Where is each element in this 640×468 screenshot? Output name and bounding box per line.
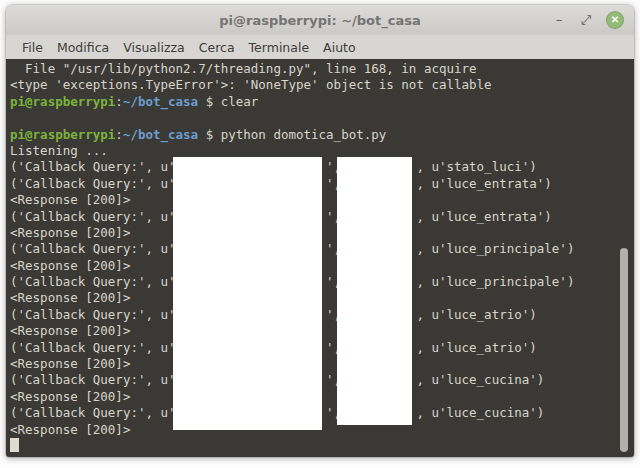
menu-item-modifica[interactable]: Modifica xyxy=(57,40,109,55)
terminal-line: ('Callback Query:', u' ', , u'stato_luci… xyxy=(10,159,634,175)
terminal-line: <Response [200]> xyxy=(10,225,634,241)
restore-icon: ⤢ xyxy=(579,13,593,26)
terminal-line: ('Callback Query:', u' ', , u'luce_entra… xyxy=(10,209,634,225)
titlebar[interactable]: pi@raspberrypi: ~/bot_casa – ⤢ ✕ xyxy=(6,5,634,35)
close-icon: ✕ xyxy=(611,15,619,25)
terminal-line: ('Callback Query:', u' ', , u'luce_princ… xyxy=(10,274,634,290)
menu-item-terminale[interactable]: Terminale xyxy=(249,40,310,55)
terminal-line: ('Callback Query:', u' ', , u'luce_princ… xyxy=(10,241,634,257)
terminal-line: ('Callback Query:', u' ', , u'luce_cucin… xyxy=(10,372,634,388)
terminal-line xyxy=(10,438,634,454)
menu-item-aiuto[interactable]: Aiuto xyxy=(323,40,356,55)
menu-item-file[interactable]: File xyxy=(22,40,43,55)
terminal[interactable]: File "/usr/lib/python2.7/threading.py", … xyxy=(6,59,634,457)
terminal-line: <Response [200]> xyxy=(10,323,634,339)
terminal-line: <Response [200]> xyxy=(10,356,634,372)
terminal-line: File "/usr/lib/python2.7/threading.py", … xyxy=(10,61,634,77)
menu-item-cerca[interactable]: Cerca xyxy=(199,40,235,55)
terminal-line: ('Callback Query:', u' ', , u'luce_cucin… xyxy=(10,405,634,421)
terminal-line: <Response [200]> xyxy=(10,192,634,208)
redaction-overlay xyxy=(173,157,322,430)
terminal-line: <Response [200]> xyxy=(10,389,634,405)
menu-bar: FileModificaVisualizzaCercaTerminaleAiut… xyxy=(6,35,634,59)
terminal-line: ('Callback Query:', u' ', , u'luce_atrio… xyxy=(10,307,634,323)
terminal-line xyxy=(10,110,634,126)
terminal-line: Listening ... xyxy=(10,143,634,159)
window-title: pi@raspberrypi: ~/bot_casa xyxy=(6,13,634,28)
terminal-line: <Response [200]> xyxy=(10,258,634,274)
terminal-line: ('Callback Query:', u' ', , u'luce_entra… xyxy=(10,176,634,192)
window-controls: – ⤢ ✕ xyxy=(552,11,624,29)
redaction-overlay xyxy=(337,157,412,425)
menu-item-visualizza[interactable]: Visualizza xyxy=(123,40,185,55)
minimize-icon: – xyxy=(552,13,566,26)
terminal-cursor xyxy=(10,438,19,452)
terminal-window: pi@raspberrypi: ~/bot_casa – ⤢ ✕ FileMod… xyxy=(6,5,634,457)
terminal-line: pi@raspberrypi:~/bot_casa $ python domot… xyxy=(10,127,634,143)
terminal-line: <Response [200]> xyxy=(10,290,634,306)
terminal-line: pi@raspberrypi:~/bot_casa $ clear xyxy=(10,94,634,110)
minimize-button[interactable]: – xyxy=(552,13,566,26)
scrollbar-thumb[interactable] xyxy=(620,248,628,452)
close-button[interactable]: ✕ xyxy=(606,11,624,29)
terminal-line: ('Callback Query:', u' ', , u'luce_atrio… xyxy=(10,340,634,356)
restore-button[interactable]: ⤢ xyxy=(579,13,593,26)
terminal-line: <Response [200]> xyxy=(10,422,634,438)
terminal-line: <type 'exceptions.TypeError'>: 'NoneType… xyxy=(10,77,634,93)
